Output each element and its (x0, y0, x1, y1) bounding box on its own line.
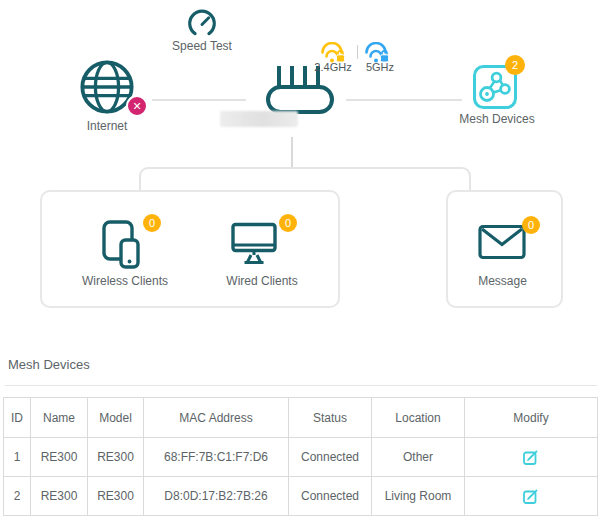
col-header-location: Location (372, 398, 465, 438)
cell-id: 2 (4, 477, 31, 516)
edit-icon (522, 448, 540, 466)
wired-clients-node[interactable]: 0 (231, 214, 299, 272)
cell-location: Living Room (372, 477, 465, 516)
section-divider (5, 385, 597, 386)
monitor-icon (231, 222, 277, 266)
speed-test-node[interactable] (186, 8, 218, 40)
router-stem-line (291, 137, 293, 167)
col-header-modify: Modify (465, 398, 598, 438)
wired-clients-label: Wired Clients (182, 274, 342, 288)
band-separator (357, 45, 358, 59)
wireless-clients-label: Wireless Clients (45, 274, 205, 288)
col-header-id: ID (4, 398, 31, 438)
internet-label: Internet (67, 119, 147, 133)
wireless-count-badge: 0 (143, 214, 161, 232)
band-24ghz-label: 2.4GHz (306, 61, 360, 73)
cell-model: RE300 (88, 477, 144, 516)
wireless-clients-node[interactable]: 0 (100, 214, 164, 272)
cell-modify (465, 438, 598, 477)
mesh-devices-table: ID Name Model MAC Address Status Locatio… (3, 397, 598, 516)
internet-node[interactable]: ✕ (79, 59, 151, 121)
cell-model: RE300 (88, 438, 144, 477)
cell-status: Connected (289, 438, 372, 477)
mesh-count-badge: 2 (505, 55, 525, 75)
clients-group-box: 0 Wireless Clients 0 Wired Clients (40, 190, 340, 308)
cell-location: Other (372, 438, 465, 477)
speedometer-icon (186, 8, 218, 40)
envelope-icon (478, 224, 526, 260)
table-row: 1 RE300 RE300 68:FF:7B:C1:F7:D6 Connecte… (4, 438, 598, 477)
edit-icon (522, 487, 540, 505)
modify-button[interactable] (520, 446, 542, 468)
router-name-redacted (220, 111, 298, 127)
message-group-box: 0 Message (446, 190, 563, 308)
band-5ghz-label: 5GHz (360, 61, 400, 73)
cell-status: Connected (289, 477, 372, 516)
col-header-model: Model (88, 398, 144, 438)
col-header-mac: MAC Address (144, 398, 289, 438)
mesh-section-title: Mesh Devices (8, 357, 90, 372)
tablet-phone-icon (102, 220, 144, 270)
mesh-devices-node[interactable]: 2 (472, 55, 530, 111)
connector-router-mesh (346, 99, 462, 101)
cell-id: 1 (4, 438, 31, 477)
cell-mac: 68:FF:7B:C1:F7:D6 (144, 438, 289, 477)
modify-button[interactable] (520, 485, 542, 507)
col-header-name: Name (31, 398, 88, 438)
error-x-badge: ✕ (126, 95, 148, 117)
col-header-status: Status (289, 398, 372, 438)
cell-mac: D8:0D:17:B2:7B:26 (144, 477, 289, 516)
connector-internet-router (152, 99, 246, 101)
mesh-devices-label: Mesh Devices (447, 112, 547, 126)
cell-name: RE300 (31, 438, 88, 477)
message-node[interactable]: 0 (478, 216, 540, 266)
message-count-badge: 0 (522, 216, 540, 234)
wired-count-badge: 0 (279, 214, 297, 232)
table-row: 2 RE300 RE300 D8:0D:17:B2:7B:26 Connecte… (4, 477, 598, 516)
cell-modify (465, 477, 598, 516)
message-label: Message (448, 274, 557, 288)
speed-test-label: Speed Test (158, 39, 246, 53)
cell-name: RE300 (31, 477, 88, 516)
table-header-row: ID Name Model MAC Address Status Locatio… (4, 398, 598, 438)
network-map-page: Speed Test ✕ Internet 2.4GHz 5G (0, 0, 600, 517)
